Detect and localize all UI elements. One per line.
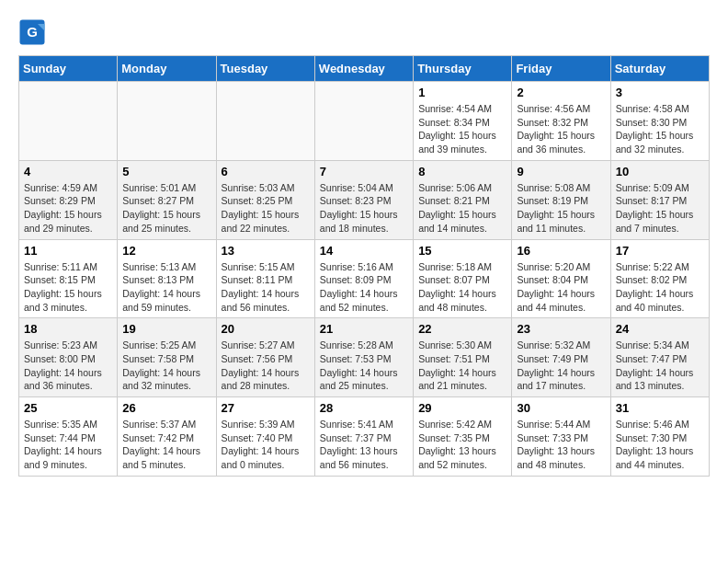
svg-text:G: G	[27, 24, 38, 40]
day-number: 18	[24, 322, 112, 336]
day-number: 7	[320, 165, 408, 178]
calendar-week-row: 1Sunrise: 4:54 AM Sunset: 8:34 PM Daylig…	[19, 82, 710, 161]
day-info: Sunrise: 5:01 AM Sunset: 8:27 PM Dayligh…	[122, 181, 210, 236]
calendar-week-row: 25Sunrise: 5:35 AM Sunset: 7:44 PM Dayli…	[19, 397, 710, 477]
day-info: Sunrise: 4:54 AM Sunset: 8:34 PM Dayligh…	[418, 102, 506, 156]
day-info: Sunrise: 5:22 AM Sunset: 8:02 PM Dayligh…	[616, 260, 704, 315]
calendar-cell: 9Sunrise: 5:08 AM Sunset: 8:19 PM Daylig…	[512, 160, 610, 239]
day-number: 4	[24, 165, 112, 178]
day-info: Sunrise: 5:32 AM Sunset: 7:49 PM Dayligh…	[517, 339, 605, 393]
day-number: 11	[24, 244, 112, 258]
calendar-cell: 6Sunrise: 5:03 AM Sunset: 8:25 PM Daylig…	[216, 160, 314, 239]
day-header-saturday: Saturday	[610, 56, 709, 82]
calendar-cell: 10Sunrise: 5:09 AM Sunset: 8:17 PM Dayli…	[610, 160, 709, 239]
day-info: Sunrise: 5:16 AM Sunset: 8:09 PM Dayligh…	[320, 260, 408, 315]
calendar-cell: 29Sunrise: 5:42 AM Sunset: 7:35 PM Dayli…	[414, 397, 512, 477]
calendar-table: SundayMondayTuesdayWednesdayThursdayFrid…	[18, 55, 710, 477]
day-info: Sunrise: 5:03 AM Sunset: 8:25 PM Dayligh…	[222, 181, 310, 236]
day-number: 29	[418, 401, 506, 415]
day-number: 10	[616, 165, 704, 178]
day-info: Sunrise: 5:18 AM Sunset: 8:07 PM Dayligh…	[418, 260, 506, 315]
day-info: Sunrise: 4:58 AM Sunset: 8:30 PM Dayligh…	[616, 102, 704, 156]
day-number: 22	[418, 322, 506, 336]
day-number: 12	[122, 244, 210, 258]
day-info: Sunrise: 5:15 AM Sunset: 8:11 PM Dayligh…	[222, 260, 310, 315]
day-number: 6	[222, 165, 310, 178]
page-header: G	[18, 18, 710, 46]
calendar-cell	[216, 82, 314, 161]
calendar-cell: 23Sunrise: 5:32 AM Sunset: 7:49 PM Dayli…	[512, 318, 610, 397]
logo: G	[18, 18, 51, 46]
calendar-cell: 11Sunrise: 5:11 AM Sunset: 8:15 PM Dayli…	[19, 239, 118, 318]
day-number: 16	[517, 244, 605, 258]
day-number: 28	[320, 401, 408, 415]
calendar-cell: 5Sunrise: 5:01 AM Sunset: 8:27 PM Daylig…	[118, 160, 216, 239]
calendar-cell: 17Sunrise: 5:22 AM Sunset: 8:02 PM Dayli…	[610, 239, 709, 318]
calendar-cell: 22Sunrise: 5:30 AM Sunset: 7:51 PM Dayli…	[414, 318, 512, 397]
day-number: 1	[418, 86, 506, 99]
day-number: 9	[517, 165, 605, 178]
day-number: 19	[122, 322, 210, 336]
calendar-cell: 15Sunrise: 5:18 AM Sunset: 8:07 PM Dayli…	[414, 239, 512, 318]
day-number: 8	[418, 165, 506, 178]
day-number: 31	[616, 401, 704, 415]
day-info: Sunrise: 5:46 AM Sunset: 7:30 PM Dayligh…	[616, 418, 704, 472]
day-number: 23	[517, 322, 605, 336]
day-info: Sunrise: 5:09 AM Sunset: 8:17 PM Dayligh…	[616, 181, 704, 236]
day-info: Sunrise: 5:35 AM Sunset: 7:44 PM Dayligh…	[24, 418, 112, 472]
calendar-cell: 21Sunrise: 5:28 AM Sunset: 7:53 PM Dayli…	[314, 318, 413, 397]
calendar-cell: 31Sunrise: 5:46 AM Sunset: 7:30 PM Dayli…	[610, 397, 709, 477]
calendar-cell	[118, 82, 216, 161]
day-number: 21	[320, 322, 408, 336]
day-number: 17	[616, 244, 704, 258]
day-info: Sunrise: 5:44 AM Sunset: 7:33 PM Dayligh…	[517, 418, 605, 472]
day-info: Sunrise: 5:37 AM Sunset: 7:42 PM Dayligh…	[122, 418, 210, 472]
calendar-week-row: 11Sunrise: 5:11 AM Sunset: 8:15 PM Dayli…	[19, 239, 710, 318]
calendar-cell: 25Sunrise: 5:35 AM Sunset: 7:44 PM Dayli…	[19, 397, 118, 477]
day-info: Sunrise: 5:06 AM Sunset: 8:21 PM Dayligh…	[418, 181, 506, 236]
day-number: 26	[122, 401, 210, 415]
day-number: 3	[616, 86, 704, 99]
day-header-thursday: Thursday	[414, 56, 512, 82]
calendar-week-row: 4Sunrise: 4:59 AM Sunset: 8:29 PM Daylig…	[19, 160, 710, 239]
day-number: 30	[517, 401, 605, 415]
day-info: Sunrise: 5:39 AM Sunset: 7:40 PM Dayligh…	[222, 418, 310, 472]
day-header-friday: Friday	[512, 56, 610, 82]
calendar-cell: 13Sunrise: 5:15 AM Sunset: 8:11 PM Dayli…	[216, 239, 314, 318]
calendar-cell: 19Sunrise: 5:25 AM Sunset: 7:58 PM Dayli…	[118, 318, 216, 397]
calendar-cell: 12Sunrise: 5:13 AM Sunset: 8:13 PM Dayli…	[118, 239, 216, 318]
day-header-tuesday: Tuesday	[216, 56, 314, 82]
day-number: 2	[517, 86, 605, 99]
calendar-cell: 16Sunrise: 5:20 AM Sunset: 8:04 PM Dayli…	[512, 239, 610, 318]
calendar-cell: 18Sunrise: 5:23 AM Sunset: 8:00 PM Dayli…	[19, 318, 118, 397]
calendar-cell: 4Sunrise: 4:59 AM Sunset: 8:29 PM Daylig…	[19, 160, 118, 239]
calendar-cell: 28Sunrise: 5:41 AM Sunset: 7:37 PM Dayli…	[314, 397, 413, 477]
day-info: Sunrise: 5:42 AM Sunset: 7:35 PM Dayligh…	[418, 418, 506, 472]
day-header-wednesday: Wednesday	[314, 56, 413, 82]
day-info: Sunrise: 5:04 AM Sunset: 8:23 PM Dayligh…	[320, 181, 408, 236]
day-info: Sunrise: 5:27 AM Sunset: 7:56 PM Dayligh…	[222, 339, 310, 393]
day-info: Sunrise: 5:34 AM Sunset: 7:47 PM Dayligh…	[616, 339, 704, 393]
day-number: 15	[418, 244, 506, 258]
day-number: 5	[122, 165, 210, 178]
day-info: Sunrise: 5:11 AM Sunset: 8:15 PM Dayligh…	[24, 260, 112, 315]
day-header-monday: Monday	[118, 56, 216, 82]
calendar-cell: 1Sunrise: 4:54 AM Sunset: 8:34 PM Daylig…	[414, 82, 512, 161]
calendar-cell: 14Sunrise: 5:16 AM Sunset: 8:09 PM Dayli…	[314, 239, 413, 318]
day-info: Sunrise: 4:59 AM Sunset: 8:29 PM Dayligh…	[24, 181, 112, 236]
day-info: Sunrise: 5:08 AM Sunset: 8:19 PM Dayligh…	[517, 181, 605, 236]
day-number: 25	[24, 401, 112, 415]
calendar-cell: 3Sunrise: 4:58 AM Sunset: 8:30 PM Daylig…	[610, 82, 709, 161]
day-number: 24	[616, 322, 704, 336]
calendar-cell: 27Sunrise: 5:39 AM Sunset: 7:40 PM Dayli…	[216, 397, 314, 477]
day-info: Sunrise: 5:20 AM Sunset: 8:04 PM Dayligh…	[517, 260, 605, 315]
day-info: Sunrise: 5:23 AM Sunset: 8:00 PM Dayligh…	[24, 339, 112, 393]
day-number: 20	[222, 322, 310, 336]
calendar-cell: 24Sunrise: 5:34 AM Sunset: 7:47 PM Dayli…	[610, 318, 709, 397]
day-number: 27	[222, 401, 310, 415]
day-info: Sunrise: 5:41 AM Sunset: 7:37 PM Dayligh…	[320, 418, 408, 472]
day-number: 14	[320, 244, 408, 258]
day-info: Sunrise: 5:13 AM Sunset: 8:13 PM Dayligh…	[122, 260, 210, 315]
calendar-cell: 8Sunrise: 5:06 AM Sunset: 8:21 PM Daylig…	[414, 160, 512, 239]
calendar-cell: 2Sunrise: 4:56 AM Sunset: 8:32 PM Daylig…	[512, 82, 610, 161]
